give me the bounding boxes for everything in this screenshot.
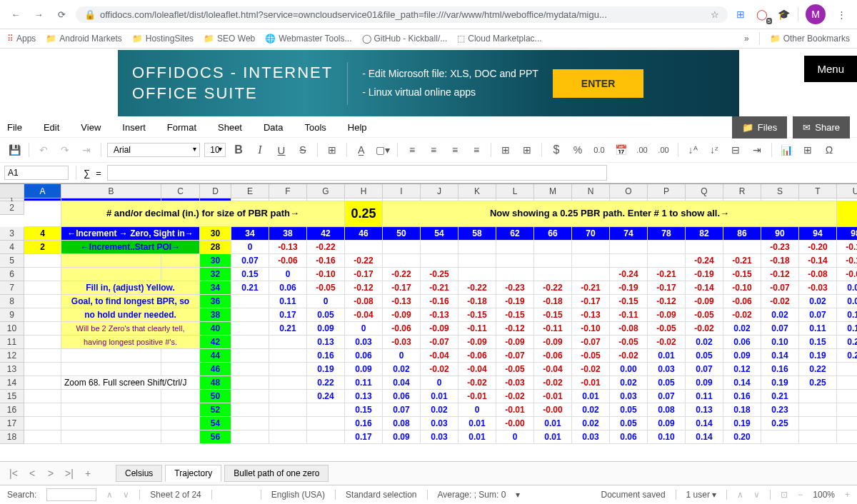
row-header[interactable]: 5 [0, 254, 24, 268]
save-icon[interactable]: 💾 [6, 141, 23, 159]
cell[interactable] [61, 403, 161, 417]
cell[interactable] [269, 390, 307, 403]
cell[interactable]: -0.13 [421, 308, 458, 322]
row-header[interactable]: 3 [0, 227, 24, 241]
cell[interactable]: -0.10 [572, 322, 610, 336]
menu-sheet[interactable]: Sheet [218, 122, 242, 133]
cell[interactable]: 0.03 [572, 430, 610, 444]
tab-first-icon[interactable]: |< [6, 468, 21, 479]
search-prev-icon[interactable]: ∧ [106, 490, 113, 500]
cell[interactable]: -0.03 [799, 281, 837, 295]
cell[interactable]: 40 [200, 322, 231, 336]
cell[interactable]: -0.02 [458, 376, 496, 390]
cell[interactable]: -0.02 [496, 390, 534, 403]
menu-view[interactable]: View [81, 122, 101, 133]
cell[interactable]: 0.02 [572, 417, 610, 430]
cell[interactable]: -0.16 [307, 254, 345, 268]
cell[interactable]: 58 [458, 227, 496, 241]
function-icon[interactable]: Ω [821, 141, 838, 159]
row-header[interactable]: 8 [0, 295, 24, 308]
cell[interactable]: 0.25 [799, 376, 837, 390]
cell[interactable] [24, 268, 61, 281]
cell[interactable] [534, 268, 572, 281]
cell[interactable]: 86 [723, 227, 761, 241]
cell[interactable]: 36 [200, 295, 231, 308]
cell[interactable]: 0.09 [345, 363, 383, 376]
col-header[interactable]: D [200, 184, 231, 198]
cell[interactable]: 34 [200, 281, 231, 295]
cell[interactable]: 0.02 [421, 403, 458, 417]
cell[interactable]: 0.05 [610, 417, 648, 430]
cell[interactable]: -0.17 [383, 281, 421, 295]
italic-icon[interactable]: I [251, 141, 269, 159]
cell[interactable]: 0.21 [761, 390, 799, 403]
cell[interactable]: 42 [307, 227, 345, 241]
col-header[interactable]: J [421, 184, 458, 198]
cell[interactable]: -0.09 [648, 308, 686, 322]
col-header[interactable]: M [534, 184, 572, 198]
cell[interactable]: -0.05 [496, 363, 534, 376]
cell[interactable]: 0.11 [799, 322, 837, 336]
cell[interactable]: Zoom 68. Full screen Shift/Ctrl/J [61, 376, 200, 390]
cell[interactable]: 0 [269, 268, 307, 281]
cell[interactable]: 0.19 [799, 349, 837, 363]
cell[interactable]: 0.01 [421, 390, 458, 403]
cell[interactable] [534, 241, 572, 254]
percent-icon[interactable]: % [569, 141, 586, 159]
cell[interactable] [24, 201, 61, 227]
add-decimal-icon[interactable]: .00 [633, 141, 651, 159]
cell[interactable] [24, 254, 61, 268]
cell[interactable]: 0.06 [383, 390, 421, 403]
bookmark-folder[interactable]: 📁 SEO Web [204, 34, 255, 44]
cell[interactable]: 0.18 [723, 403, 761, 417]
cell[interactable]: 78 [648, 227, 686, 241]
cell[interactable]: 0.14 [761, 349, 799, 363]
cell[interactable]: 0.01 [837, 281, 857, 295]
underline-icon[interactable]: U [273, 141, 290, 159]
cell[interactable] [231, 322, 269, 336]
cell[interactable] [24, 308, 61, 322]
cell[interactable]: 0.19 [723, 417, 761, 430]
cell[interactable]: -0.04 [458, 363, 496, 376]
cell[interactable] [269, 403, 307, 417]
cell[interactable] [610, 241, 648, 254]
enter-button[interactable]: ENTER [553, 69, 643, 98]
cell[interactable] [799, 403, 837, 417]
cell[interactable]: 38 [200, 308, 231, 322]
cell[interactable] [383, 254, 421, 268]
align-justify-icon[interactable]: ≡ [468, 141, 485, 159]
cell[interactable] [837, 430, 857, 444]
cell[interactable]: 0 [421, 376, 458, 390]
cell[interactable]: -0.09 [421, 322, 458, 336]
cell[interactable]: 0.00 [610, 363, 648, 376]
cell[interactable] [383, 241, 421, 254]
sheet-tab-trajectory[interactable]: Trajectory [165, 465, 221, 482]
cell[interactable]: -0.02 [761, 295, 799, 308]
forward-icon[interactable]: → [30, 6, 47, 23]
dropdown-icon[interactable]: ▾ [516, 490, 520, 500]
cell[interactable] [161, 363, 200, 376]
cell[interactable] [24, 376, 61, 390]
cell[interactable]: 90 [761, 227, 799, 241]
cell[interactable]: 0.15 [345, 403, 383, 417]
cell[interactable] [496, 268, 534, 281]
cell[interactable] [648, 254, 686, 268]
cell[interactable] [799, 417, 837, 430]
row-header[interactable]: 15 [0, 390, 24, 403]
cell[interactable] [421, 241, 458, 254]
cell[interactable]: -0.04 [421, 349, 458, 363]
cell[interactable] [307, 403, 345, 417]
cell[interactable]: 0.12 [837, 308, 857, 322]
cell[interactable]: -0.10 [723, 281, 761, 295]
cell[interactable]: -0.09 [458, 336, 496, 349]
cell[interactable]: -0.05 [686, 308, 723, 322]
cell[interactable]: 0.04 [383, 376, 421, 390]
cell[interactable]: -0.02 [686, 322, 723, 336]
cell[interactable] [799, 390, 837, 403]
cell[interactable]: 98 [837, 227, 857, 241]
cell[interactable]: -0.03 [496, 376, 534, 390]
cell[interactable] [231, 417, 269, 430]
cell[interactable] [269, 417, 307, 430]
cell[interactable]: 0 [458, 403, 496, 417]
chrome-menu-icon[interactable]: ⋮ [833, 6, 850, 23]
